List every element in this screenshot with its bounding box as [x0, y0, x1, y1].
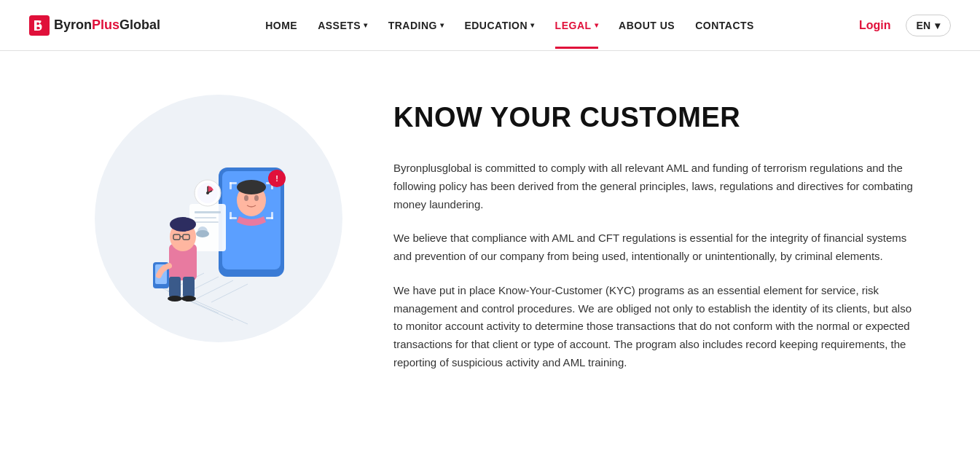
svg-line-7 [197, 280, 233, 299]
svg-rect-26 [195, 211, 221, 213]
header-right: Login EN ▾ [859, 15, 951, 36]
nav-education[interactable]: EDUCATION ▾ [464, 20, 534, 31]
trading-chevron-icon: ▾ [440, 21, 444, 29]
text-content: KNOW YOUR CUSTOMER Byronplusglobal is co… [393, 95, 922, 372]
svg-rect-16 [230, 212, 232, 219]
svg-rect-12 [230, 182, 232, 189]
svg-rect-27 [195, 217, 216, 218]
paragraph-3: We have put in place Know-Your-Customer … [393, 282, 922, 372]
svg-line-8 [211, 284, 248, 302]
illustration-section: ! [87, 95, 350, 342]
kyc-illustration: ! [109, 109, 328, 328]
education-chevron-icon: ▾ [530, 21, 535, 29]
svg-rect-28 [195, 221, 219, 223]
svg-point-21 [244, 195, 248, 201]
svg-point-30 [196, 230, 209, 237]
nav-assets[interactable]: ASSETS ▾ [318, 20, 368, 31]
site-header: ByronPlusGlobal HOME ASSETS ▾ TRADING ▾ … [0, 0, 980, 51]
assets-chevron-icon: ▾ [364, 21, 368, 29]
nav-contacts[interactable]: CONTACTS [695, 20, 754, 31]
svg-point-22 [254, 195, 259, 201]
logo[interactable]: ByronPlusGlobal [29, 15, 160, 36]
svg-rect-37 [169, 277, 181, 297]
svg-rect-25 [189, 204, 226, 251]
logo-icon [29, 15, 50, 36]
login-button[interactable]: Login [859, 19, 891, 32]
svg-rect-38 [183, 277, 195, 297]
language-selector[interactable]: EN ▾ [906, 15, 951, 36]
svg-point-20 [237, 180, 266, 194]
logo-text: ByronPlusGlobal [54, 17, 160, 33]
page-title: KNOW YOUR CUSTOMER [393, 102, 922, 133]
nav-legal[interactable]: LEGAL ▾ [555, 20, 598, 31]
nav-trading[interactable]: TRADING ▾ [388, 20, 444, 31]
svg-rect-18 [271, 212, 273, 219]
lang-chevron-icon: ▾ [935, 20, 940, 31]
legal-chevron-icon: ▾ [595, 21, 599, 29]
svg-point-40 [181, 296, 196, 302]
paragraph-1: Byronplusglobal is committed to comply w… [393, 159, 922, 213]
svg-text:!: ! [275, 174, 278, 183]
nav-home[interactable]: HOME [265, 20, 297, 31]
svg-point-39 [168, 296, 182, 302]
logo-plus: Plus [92, 17, 119, 32]
main-content: ! [0, 51, 980, 416]
illustration-circle: ! [95, 95, 342, 342]
svg-point-33 [170, 217, 196, 232]
paragraph-2: We believe that compliance with AML and … [393, 229, 922, 266]
main-nav: HOME ASSETS ▾ TRADING ▾ EDUCATION ▾ LEGA… [265, 20, 754, 31]
nav-about-us[interactable]: ABOUT US [619, 20, 675, 31]
